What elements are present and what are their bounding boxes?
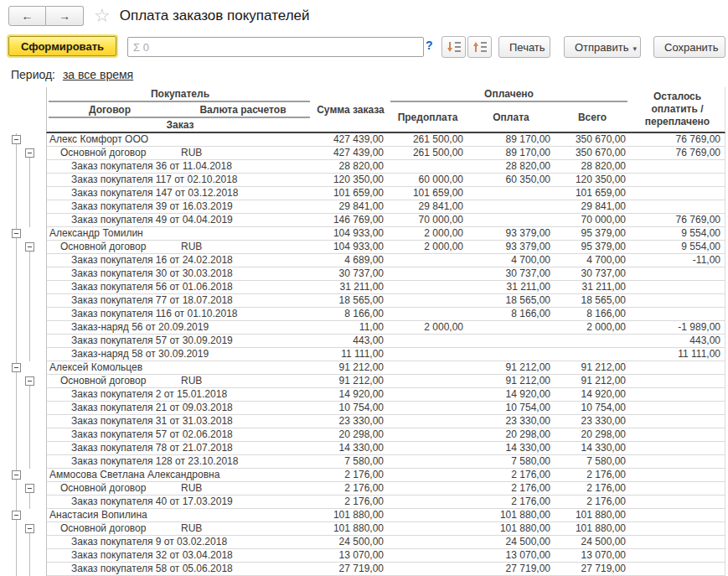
back-button[interactable]: ← <box>8 6 46 26</box>
order-row[interactable]: Заказ покупателя 36 от 11.04.201828 820,… <box>10 160 725 174</box>
cell-total: 31 211,00 <box>555 281 630 293</box>
order-row[interactable]: Заказ покупателя 40 от 17.03.20192 176,0… <box>10 496 725 509</box>
cell-remainder: -11,00 <box>630 254 725 267</box>
cell-remainder <box>630 496 725 508</box>
cell-prepayment <box>388 509 467 522</box>
cell-prepayment <box>388 388 467 401</box>
order-row[interactable]: Заказ покупателя 2 от 15.01.201814 920,0… <box>10 388 725 402</box>
group-expander-minus[interactable] <box>25 242 34 252</box>
cell-total: 10 754,00 <box>555 402 630 414</box>
send-button-label: Отправить <box>575 41 628 54</box>
order-row[interactable]: Заказ покупателя 16 от 24.02.20184 689,0… <box>10 254 725 267</box>
generate-button[interactable]: Сформировать <box>8 36 116 56</box>
cell-total <box>555 335 630 347</box>
order-row[interactable]: Заказ покупателя 30 от 30.03.201830 737,… <box>10 267 725 281</box>
cell-order-sum: 27 719,00 <box>313 563 388 575</box>
cell-payment: 2 176,00 <box>467 496 555 508</box>
order-row[interactable]: Заказ-наряд 56 от 20.09.201911,002 000,0… <box>10 321 725 335</box>
print-button[interactable]: Печать <box>498 36 550 58</box>
group-expander-minus[interactable] <box>25 524 34 533</box>
order-row[interactable]: Заказ покупателя 147 от 03.12.2018101 65… <box>10 187 725 200</box>
group-expander-minus[interactable] <box>25 376 34 386</box>
group-expander-minus[interactable] <box>25 484 34 493</box>
cell-payment <box>467 187 555 200</box>
contract-row[interactable]: Основной договорRUB2 176,002 176,002 176… <box>10 482 725 496</box>
header-remainder: Осталось оплатить / переплачено <box>630 87 725 132</box>
cell-remainder <box>630 267 725 280</box>
order-row[interactable]: Заказ покупателя 57 от 30.09.2019443,004… <box>10 335 725 348</box>
order-row[interactable]: Заказ покупателя 32 от 03.04.201813 070,… <box>10 549 725 563</box>
favorite-star-icon[interactable]: ☆ <box>94 7 111 25</box>
contract-row[interactable]: Основной договорRUB427 439,00261 500,008… <box>10 147 725 160</box>
order-row[interactable]: Заказ покупателя 21 от 09.03.201810 754,… <box>10 402 725 415</box>
group-expander-minus[interactable] <box>12 363 21 372</box>
header-prepayment: Предоплата <box>388 112 467 123</box>
order-row[interactable]: Заказ покупателя 57 от 02.06.201820 298,… <box>10 428 725 442</box>
cell-payment: 8 166,00 <box>467 308 555 320</box>
cell-payment <box>467 200 555 213</box>
send-button[interactable]: Отправить▾ <box>564 36 641 58</box>
period-link[interactable]: за все время <box>63 68 133 81</box>
customer-row[interactable]: Аммосова Светлана Александровна2 176,002… <box>10 469 725 482</box>
cell-total: 4 700,00 <box>555 254 630 267</box>
order-row[interactable]: Заказ покупателя 78 от 21.07.201814 330,… <box>10 442 725 455</box>
cell-order-sum: 2 176,00 <box>313 482 388 495</box>
cell-remainder <box>630 428 725 441</box>
order-row[interactable]: Заказ покупателя 9 от 03.02.201824 500,0… <box>10 536 725 549</box>
order-row[interactable]: Заказ покупателя 77 от 18.07.201818 565,… <box>10 294 725 308</box>
collapse-groups-button[interactable] <box>467 36 492 58</box>
group-expander-minus[interactable] <box>12 135 21 144</box>
order-row[interactable]: Заказ покупателя 56 от 01.06.201831 211,… <box>10 281 725 294</box>
cell-order-sum: 29 841,00 <box>313 200 388 213</box>
cell-prepayment <box>388 415 467 428</box>
customer-row[interactable]: Анастасия Вопилина101 880,00101 880,0010… <box>10 509 725 522</box>
customer-row[interactable]: Алекс Комфорт ООО427 439,00261 500,0089 … <box>10 133 725 147</box>
cell-prepayment <box>388 522 467 535</box>
header-total: Всего <box>555 112 630 123</box>
header-customer: Покупатель <box>47 87 313 101</box>
header-order-sum: Сумма заказа <box>313 87 388 132</box>
order-row[interactable]: Заказ покупателя 58 от 05.06.201827 719,… <box>10 563 725 576</box>
title-bar: ← → ☆ Оплата заказов покупателей <box>8 5 310 27</box>
group-expander-minus[interactable] <box>12 229 21 238</box>
group-expander-minus[interactable] <box>12 470 21 480</box>
contract-row[interactable]: Основной договорRUB101 880,00101 880,001… <box>10 522 725 536</box>
cell-total: 23 330,00 <box>555 415 630 428</box>
group-expander-minus[interactable] <box>12 511 21 520</box>
customer-row[interactable]: Александр Томилин104 933,002 000,0093 37… <box>10 227 725 241</box>
order-row[interactable]: Заказ покупателя 39 от 16.03.201929 841,… <box>10 200 725 214</box>
help-icon[interactable]: ? <box>426 39 433 52</box>
order-row[interactable]: Заказ-наряд 58 от 30.09.201911 111,0011 … <box>10 348 725 361</box>
group-expander-minus[interactable] <box>25 148 34 158</box>
row-label: Основной договорRUB <box>47 147 313 159</box>
cell-remainder <box>630 522 725 535</box>
customer-row[interactable]: Алексей Комольцев91 212,0091 212,0091 21… <box>10 361 725 375</box>
cell-payment: 91 212,00 <box>467 361 555 374</box>
save-button[interactable]: Сохранить <box>653 36 725 58</box>
currency-value: RUB <box>181 375 202 387</box>
order-row[interactable]: Заказ покупателя 116 от 01.10.20188 166,… <box>10 308 725 321</box>
contract-row[interactable]: Основной договорRUB91 212,0091 212,0091 … <box>10 375 725 388</box>
contract-row[interactable]: Основной договорRUB104 933,002 000,0093 … <box>10 241 725 254</box>
order-row[interactable]: Заказ покупателя 128 от 23.10.20187 580,… <box>10 455 725 469</box>
order-row[interactable]: Заказ покупателя 31 от 31.03.201823 330,… <box>10 415 725 428</box>
cell-remainder <box>630 469 725 481</box>
cell-order-sum: 11,00 <box>313 321 388 334</box>
row-label: Заказ покупателя 147 от 03.12.2018 <box>47 187 313 200</box>
forward-button[interactable]: → <box>46 6 84 26</box>
cell-total: 24 500,00 <box>555 536 630 548</box>
order-row[interactable]: Заказ покупателя 49 от 04.04.2019146 769… <box>10 214 725 227</box>
row-label: Анастасия Вопилина <box>47 509 313 522</box>
order-row[interactable]: Заказ покупателя 117 от 02.10.2018120 35… <box>10 174 725 187</box>
cell-remainder <box>630 482 725 495</box>
cell-prepayment: 2 000,00 <box>388 241 467 253</box>
cell-total: 20 298,00 <box>555 428 630 441</box>
cell-prepayment <box>388 402 467 414</box>
cell-remainder <box>630 563 725 575</box>
cell-payment: 28 820,00 <box>467 160 555 173</box>
cell-total: 2 176,00 <box>555 482 630 495</box>
sum-input[interactable] <box>127 37 424 57</box>
expand-groups-button[interactable] <box>441 36 466 58</box>
cell-total: 30 737,00 <box>555 267 630 280</box>
cell-remainder: -1 989,00 <box>630 321 725 334</box>
